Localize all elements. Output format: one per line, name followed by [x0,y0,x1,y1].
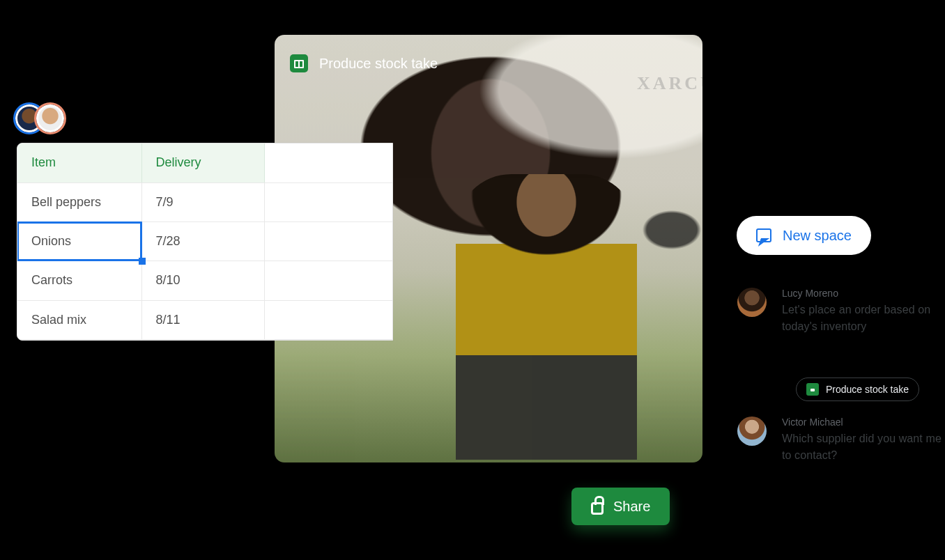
background-store-sign: XARCUTE [637,73,702,94]
cell-delivery[interactable]: 7/28 [141,221,264,260]
new-space-button[interactable]: New space [737,216,871,255]
cell-item-selected[interactable]: Onions [17,221,141,260]
spreadsheet-view[interactable]: Item Delivery Bell peppers 7/9 Onions 7/… [17,143,393,341]
document-title: Produce stock take [319,56,438,72]
column-header-item[interactable]: Item [17,143,141,182]
table-row[interactable]: Bell peppers 7/9 [17,182,393,221]
new-space-label: New space [783,228,852,244]
share-button[interactable]: Share [571,488,670,525]
attachment-chip[interactable]: Produce stock take [796,378,919,401]
column-header-delivery[interactable]: Delivery [141,143,264,182]
sheets-icon [290,54,308,72]
document-title-row: Produce stock take [290,54,438,72]
cell-delivery[interactable]: 8/11 [141,300,264,339]
sheets-icon [806,383,819,396]
message-author: Lucy Moreno [782,288,945,299]
table-row[interactable]: Carrots 8/10 [17,261,393,300]
table-row[interactable]: Salad mix 8/11 [17,300,393,339]
collaborator-avatars [15,104,64,132]
chat-message: Victor Michael Which supplier did you wa… [737,417,945,464]
lock-icon [591,502,604,515]
cell-delivery[interactable]: 8/10 [141,261,264,300]
attachment-chip-label: Produce stock take [826,384,909,395]
share-button-label: Share [613,499,650,515]
message-author: Victor Michael [782,417,945,428]
avatar[interactable] [737,288,767,317]
cell-item[interactable]: Bell peppers [17,182,141,221]
avatar[interactable] [737,417,767,446]
message-text: Which supplier did you want me to contac… [782,430,945,464]
message-text: Let's place an order based on today's in… [782,302,945,335]
table-row[interactable]: Onions 7/28 [17,221,393,260]
avatar[interactable] [36,104,64,132]
chat-icon [756,228,771,242]
cell-item[interactable]: Carrots [17,261,141,300]
chat-message: Lucy Moreno Let's place an order based o… [737,288,945,335]
cell-delivery[interactable]: 7/9 [141,182,264,221]
cell-item[interactable]: Salad mix [17,300,141,339]
person-illustration [456,174,637,460]
